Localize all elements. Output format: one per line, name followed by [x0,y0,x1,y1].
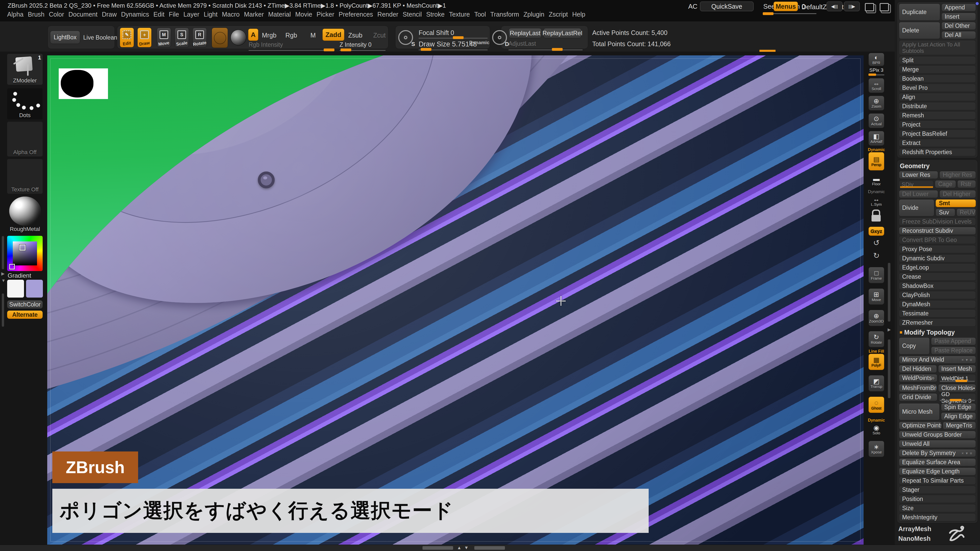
perspective-button[interactable]: ▤ Persp [869,152,884,170]
gradient-toggle[interactable]: Gradient [8,272,31,279]
menu-color[interactable]: Color [49,11,64,18]
switch-color-button[interactable]: SwitchColor [7,300,43,309]
zsub-toggle[interactable]: Zsub [348,32,363,39]
edit-button[interactable]: ✎ Edit [120,27,134,48]
crease-section[interactable]: Crease [899,273,976,281]
redshift-properties-button[interactable]: Redshift Properties [899,148,976,156]
align-button[interactable]: Align [899,93,976,101]
paste-append-button[interactable]: Paste Append [931,337,976,345]
move-3d-button[interactable]: ⊞ Move [869,288,884,305]
menu-tool[interactable]: Tool [474,11,486,18]
weldpoints-button[interactable]: WeldPoints ○ [899,374,937,382]
color-selector-icon[interactable] [19,245,25,251]
menu-dynamics[interactable]: Dynamics [121,11,149,18]
lightbox-button[interactable]: LightBox [50,31,80,44]
equalize-edge-length-button[interactable]: Equalize Edge Length [899,468,976,475]
welddist-slider[interactable]: WeldDist 1 [939,374,976,383]
scroll-button[interactable]: ⇔ Scroll [869,78,884,93]
apply-last-action-button[interactable]: Apply Last Action To All Subtools [899,40,976,55]
live-boolean-toggle[interactable]: Live Boolean [83,34,117,41]
claypolish-section[interactable]: ClayPolish [899,291,976,299]
menu-texture[interactable]: Texture [449,11,470,18]
timeline-marker[interactable] [759,50,776,52]
meshfrombrush-button[interactable]: MeshFromBrush [899,384,937,392]
tray-close-icon[interactable]: ▼ [464,545,469,551]
scale-button[interactable]: S Scale [175,27,189,48]
grid-divide-button[interactable]: Grid Divide [899,393,937,401]
menu-edit[interactable]: Edit [153,11,164,18]
menu-marker[interactable]: Marker [244,11,264,18]
del-all-button[interactable]: Del All [942,31,976,39]
sdiv-slider[interactable]: SDiv [899,180,934,189]
sculpt-mesh[interactable] [47,56,864,545]
gxyz-button[interactable]: Gxyz [869,227,884,236]
position-section[interactable]: Position [899,495,976,503]
zcut-toggle[interactable]: Zcut [373,32,386,39]
shadowbox-section[interactable]: ShadowBox [899,282,976,290]
polyframe-button[interactable]: ▦ PolyF [869,354,884,370]
adjust-last-track[interactable] [509,49,582,50]
zoom-button[interactable]: ⊕ Zoom [869,96,884,111]
menu-brush[interactable]: Brush [28,11,45,18]
z-intensity-slider[interactable]: Z Intensity 0 [339,41,371,48]
duplicate-button[interactable]: Duplicate [899,3,940,21]
stager-section[interactable]: Stager [899,486,976,494]
alternate-button[interactable]: Alternate [7,310,43,319]
dynamic-draw-size-toggle[interactable]: Dynamic [469,40,489,45]
mirror-and-weld-button[interactable]: Mirror And Weld × ▾ ≡ [899,356,976,364]
axis-toggle-icons[interactable]: × ▾ ≡ [962,451,973,456]
menu-alpha[interactable]: Alpha [7,11,24,18]
current-material-preview[interactable] [231,30,247,45]
menu-zplugin[interactable]: Zplugin [523,11,544,18]
left-tray-scrollbar[interactable] [2,294,4,327]
rotate-right-icon[interactable]: ↻ [867,251,885,260]
copy-button[interactable]: Copy [899,337,930,354]
zremesher-section[interactable]: ZRemesher [899,319,976,327]
mergetris-button[interactable]: MergeTris [943,422,976,430]
size-section[interactable]: Size [899,504,976,512]
solo-button[interactable]: ◉ Solo [869,422,884,437]
merge-button[interactable]: Merge [899,65,976,73]
draw-button[interactable]: ＋ Draw [137,27,152,48]
draw-size-slider[interactable]: Draw Size 5.75148 [418,40,477,48]
reconstruct-subdiv-button[interactable]: Reconstruct Subdiv [899,227,976,235]
rotate-3d-button[interactable]: ↻ Rotate [869,331,884,347]
spix-handle[interactable] [869,73,876,76]
spix-slider[interactable]: SPix 3 [867,67,885,73]
del-lower-button[interactable]: Del Lower [899,190,938,198]
current-texture-tile[interactable]: Texture Off [7,159,43,194]
micro-mesh-button[interactable]: Micro Mesh [899,403,940,420]
delete-button[interactable]: Delete [899,22,940,39]
menu-macro[interactable]: Macro [222,11,239,18]
rotate-button[interactable]: R Rotate [192,27,207,48]
xpose-button[interactable]: ∗ Xpose [869,441,884,457]
del-higher-button[interactable]: Del Higher [939,190,976,198]
right-tray-scrollbar[interactable] [888,263,890,322]
hue-selector-icon[interactable] [9,264,15,270]
right-tray-scrollbar[interactable] [888,340,890,398]
rotate-left-icon[interactable]: ↺ [867,238,885,247]
rgb-intensity-track[interactable] [249,50,333,51]
right-tray-arrow-icon[interactable]: ▶ [888,327,891,332]
append-button[interactable]: Append [942,3,976,11]
paste-ui-icon[interactable] [880,3,889,11]
tessimate-section[interactable]: Tessimate [899,310,976,318]
current-alpha-tile[interactable]: Alpha Off [7,121,43,157]
cage-button[interactable]: Cage [935,180,956,188]
split-button[interactable]: Split [899,56,976,64]
lock-icon[interactable] [872,210,881,222]
menu-movie[interactable]: Movie [295,11,312,18]
menu-layer[interactable]: Layer [183,11,199,18]
adjust-last-slider[interactable]: AdjustLast [509,40,536,47]
dynamesh-section[interactable]: DynaMesh [899,300,976,308]
transparency-button[interactable]: ◩ Transp [869,375,884,392]
insert-button[interactable]: Insert [942,13,976,21]
menu-zscript[interactable]: Zscript [549,11,568,18]
freeze-subdivision-button[interactable]: Freeze SubDivision Levels [899,218,976,225]
bevel-pro-button[interactable]: Bevel Pro [899,84,976,92]
axis-toggle-icons[interactable]: × ▾ ≡ [962,357,973,362]
focal-shift-handle[interactable] [453,36,464,39]
rgb-intensity-slider[interactable]: Rgb Intensity [249,41,283,48]
rgb-toggle[interactable]: Rgb [285,32,297,39]
menu-picker[interactable]: Picker [317,11,334,18]
